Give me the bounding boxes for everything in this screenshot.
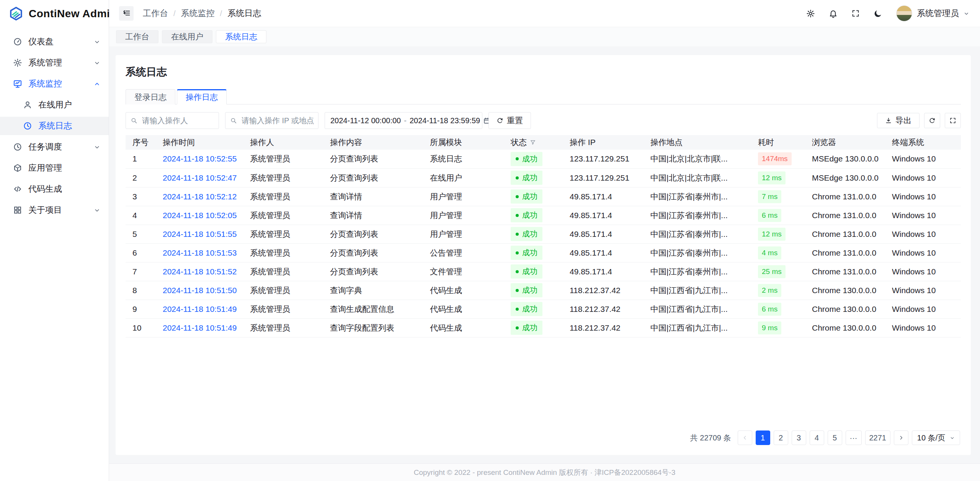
refresh-table-button[interactable]	[924, 113, 940, 128]
cell-location: 中国|江苏省|泰州市|...	[646, 187, 753, 206]
page-size-select[interactable]: 10 条/页	[912, 430, 960, 445]
status-label: 成功	[522, 304, 537, 314]
cell-operator: 系统管理员	[245, 187, 325, 206]
sidebar-item-app-management[interactable]: 应用管理	[0, 159, 109, 177]
date-end: 2024-11-18 23:59:59	[410, 116, 480, 125]
breadcrumb-item[interactable]: 系统监控	[181, 8, 215, 19]
table-row: 6 2024-11-18 10:51:53 系统管理员 分页查询列表 公告管理 …	[126, 243, 961, 262]
table-fullscreen-button[interactable]	[945, 113, 961, 128]
clock-icon	[13, 142, 22, 152]
sidebar-item-dashboard[interactable]: 仪表盘	[0, 33, 109, 51]
content: 系统日志 登录日志 操作日志 2024-11-12 00:00	[109, 46, 980, 463]
cell-cost: 6 ms	[753, 300, 807, 318]
cell-status: 成功	[506, 243, 565, 262]
cell-location: 中国|江西省|九江市|...	[646, 281, 753, 300]
breadcrumb: 工作台 / 系统监控 / 系统日志	[143, 8, 261, 19]
breadcrumb-item[interactable]: 工作台	[143, 8, 168, 19]
time-link[interactable]: 2024-11-18 10:51:49	[163, 305, 237, 313]
cell-location: 中国|江西省|九江市|...	[646, 318, 753, 337]
sidebar-item-task-schedule[interactable]: 任务调度	[0, 138, 109, 156]
log-tab[interactable]: 操作日志	[177, 89, 227, 104]
status-dot-icon	[516, 270, 519, 273]
breadcrumb-separator: /	[173, 9, 176, 18]
collapse-sidebar-button[interactable]	[119, 6, 134, 21]
cell-status: 成功	[506, 187, 565, 206]
status-badge: 成功	[511, 283, 542, 297]
fullscreen-button[interactable]	[851, 9, 860, 18]
table-header: 序号 操作时间 操作人 操作内容 所属模块 状态 操作 IP 操作地点 耗时 浏…	[126, 135, 961, 150]
time-link[interactable]: 2024-11-18 10:52:55	[163, 154, 237, 163]
reset-button[interactable]: 重置	[488, 112, 531, 129]
app-logo[interactable]: ContiNew Admin	[0, 0, 109, 28]
sidebar-item-code-generation[interactable]: 代码生成	[0, 180, 109, 198]
time-link[interactable]: 2024-11-18 10:51:53	[163, 248, 237, 257]
page-tab[interactable]: 工作台	[116, 30, 158, 43]
cell-cost: 12 ms	[753, 168, 807, 187]
page-number-button[interactable]: ···	[846, 430, 862, 445]
table-row: 4 2024-11-18 10:52:05 系统管理员 查询详情 用户管理 成功…	[126, 206, 961, 225]
settings-button[interactable]	[806, 9, 815, 18]
cell-time: 2024-11-18 10:52:47	[158, 168, 245, 187]
sidebar-item-label: 关于项目	[28, 204, 62, 216]
cube-icon	[13, 163, 22, 173]
status-badge: 成功	[511, 246, 542, 260]
cell-operator: 系统管理员	[245, 300, 325, 318]
operator-search-input[interactable]	[126, 112, 219, 129]
cell-no: 3	[126, 187, 158, 206]
cell-cost: 25 ms	[753, 262, 807, 281]
page-number-button[interactable]: 2	[774, 430, 788, 445]
time-link[interactable]: 2024-11-18 10:52:12	[163, 192, 237, 201]
user-menu[interactable]: 系统管理员	[896, 5, 969, 21]
sidebar-item-system-log[interactable]: 系统日志	[0, 117, 109, 135]
operator-search	[126, 112, 219, 129]
topbar: 工作台 / 系统监控 / 系统日志 系统管理员	[109, 0, 980, 27]
sidebar-item-system-management[interactable]: 系统管理	[0, 54, 109, 72]
cell-location: 中国|江苏省|泰州市|...	[646, 243, 753, 262]
time-link[interactable]: 2024-11-18 10:52:05	[163, 211, 237, 220]
page-number-button[interactable]: 5	[828, 430, 842, 445]
cost-badge: 7 ms	[758, 190, 781, 203]
gear-icon	[806, 9, 815, 18]
time-link[interactable]: 2024-11-18 10:52:47	[163, 173, 237, 182]
ip-search-input[interactable]	[225, 112, 318, 129]
page-tab[interactable]: 系统日志	[216, 30, 266, 43]
dark-mode-toggle[interactable]	[874, 9, 882, 18]
page-number-button[interactable]: 2271	[865, 430, 891, 445]
col-module: 所属模块	[425, 135, 506, 150]
prev-page-button[interactable]	[738, 430, 752, 445]
time-link[interactable]: 2024-11-18 10:51:55	[163, 230, 237, 238]
page-number-button[interactable]: 1	[756, 430, 770, 445]
log-tab[interactable]: 登录日志	[126, 89, 175, 104]
refresh-icon	[929, 117, 936, 124]
status-badge: 成功	[511, 189, 542, 204]
notifications-button[interactable]	[829, 9, 838, 18]
cell-os: Windows 10	[887, 300, 961, 318]
sidebar-item-about-project[interactable]: 关于项目	[0, 201, 109, 219]
date-range-picker[interactable]: 2024-11-12 00:00:00 - 2024-11-18 23:59:5…	[325, 112, 482, 129]
chevron-down-icon	[950, 435, 955, 440]
time-link[interactable]: 2024-11-18 10:51:49	[163, 323, 237, 332]
page-number-button[interactable]: 4	[810, 430, 824, 445]
sidebar-item-label: 在线用户	[38, 99, 72, 111]
time-link[interactable]: 2024-11-18 10:51:50	[163, 286, 237, 295]
bell-icon	[829, 9, 838, 18]
export-label: 导出	[895, 115, 911, 126]
chevron-left-icon	[742, 435, 748, 441]
col-operator: 操作人	[245, 135, 325, 150]
page-number-button[interactable]: 3	[792, 430, 806, 445]
cell-content: 分页查询列表	[325, 225, 425, 243]
time-link[interactable]: 2024-11-18 10:51:52	[163, 267, 237, 276]
sidebar-item-online-users[interactable]: 在线用户	[0, 96, 109, 114]
sidebar-item-system-monitor[interactable]: 系统监控	[0, 75, 109, 93]
footer: Copyright © 2022 - present ContiNew Admi…	[109, 463, 980, 481]
next-page-button[interactable]	[894, 430, 908, 445]
page-tab[interactable]: 在线用户	[162, 30, 212, 43]
expand-icon	[851, 9, 860, 18]
cell-cost: 1474ms	[753, 150, 807, 168]
cell-status: 成功	[506, 281, 565, 300]
filter-icon[interactable]	[530, 139, 536, 145]
status-dot-icon	[516, 308, 519, 311]
cell-module: 代码生成	[425, 300, 506, 318]
copyright-text: Copyright © 2022 - present ContiNew Admi…	[414, 468, 676, 478]
export-button[interactable]: 导出	[877, 113, 920, 128]
